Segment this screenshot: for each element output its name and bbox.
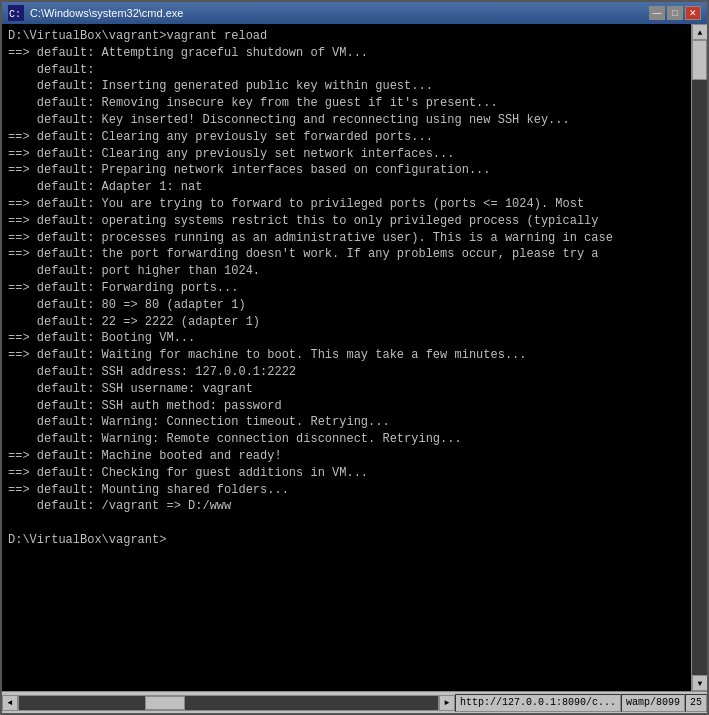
status-segment-num: 25 — [685, 694, 707, 712]
scroll-right-button[interactable]: ► — [439, 695, 455, 711]
status-segment-wamp: wamp/8099 — [621, 694, 685, 712]
horizontal-scroll-track[interactable] — [18, 695, 439, 711]
scroll-down-button[interactable]: ▼ — [692, 675, 707, 691]
vertical-scrollbar: ▲ ▼ — [691, 24, 707, 691]
title-bar: C: C:\Windows\system32\cmd.exe — □ ✕ — [2, 2, 707, 24]
status-bar: ◄ ► http://127.0.0.1:8090/c... wamp/8099… — [2, 691, 707, 713]
window-title: C:\Windows\system32\cmd.exe — [30, 7, 649, 19]
scroll-left-button[interactable]: ◄ — [2, 695, 18, 711]
scroll-track[interactable] — [692, 40, 707, 675]
status-segment-url: http://127.0.0.1:8090/c... — [455, 694, 621, 712]
close-button[interactable]: ✕ — [685, 6, 701, 20]
scroll-up-button[interactable]: ▲ — [692, 24, 707, 40]
cmd-icon: C: — [8, 5, 24, 21]
window-controls: — □ ✕ — [649, 6, 701, 20]
status-right-area: http://127.0.0.1:8090/c... wamp/8099 25 — [455, 694, 707, 712]
maximize-button[interactable]: □ — [667, 6, 683, 20]
minimize-button[interactable]: — — [649, 6, 665, 20]
terminal-wrapper: D:\VirtualBox\vagrant>vagrant reload ==>… — [2, 24, 707, 691]
cmd-window: C: C:\Windows\system32\cmd.exe — □ ✕ D:\… — [0, 0, 709, 715]
svg-text:C:: C: — [9, 9, 21, 20]
terminal-output[interactable]: D:\VirtualBox\vagrant>vagrant reload ==>… — [2, 24, 691, 691]
scroll-thumb[interactable] — [692, 40, 707, 80]
horizontal-scroll-thumb[interactable] — [145, 696, 185, 710]
